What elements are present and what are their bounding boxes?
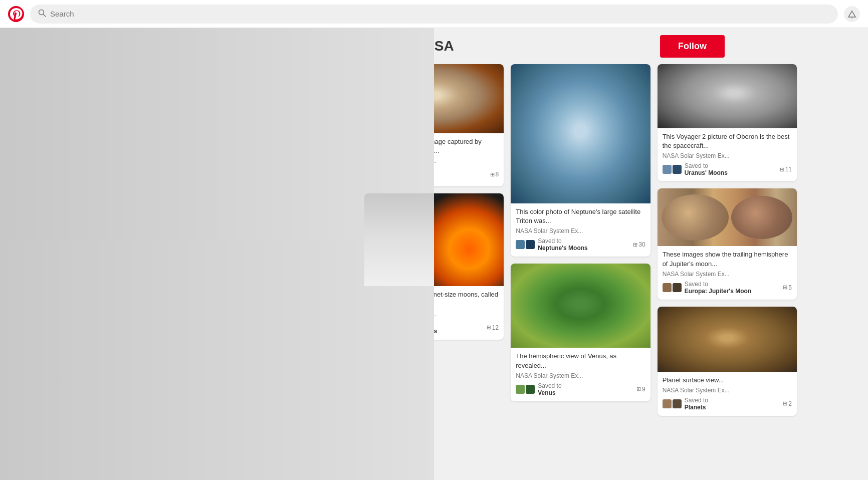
pin-board-name[interactable]: Europa: Jupiter's Moon [685,288,752,295]
pin-saved-label: Saved to [685,281,752,288]
pinterest-logo[interactable] [8,6,24,22]
pin-image [511,264,650,348]
search-icon [38,9,46,19]
pin-avatars [663,283,682,292]
svg-marker-3 [848,11,855,17]
pin-saved-label: Saved to [685,162,728,169]
pin-count: 2 [783,400,792,407]
pin-avatars [516,385,535,394]
follow-button[interactable]: Follow [660,35,725,58]
pin-count: 8 [490,171,499,178]
pin-description: This color photo of Neptune's large sate… [516,207,645,225]
pin-board-name[interactable]: Uranus' Moons [685,169,728,176]
pin-column-4: This color photo of Neptune's large sate… [511,64,650,401]
pin-saved-label: Saved to [538,382,561,389]
pin-save-row: Saved to Europa: Jupiter's Moon 5 [663,281,792,295]
pin-saved-label: Saved to [538,237,588,245]
pin-avatars [663,399,682,408]
pin-save-row: Saved to Neptune's Moons 30 [516,237,645,252]
pin-image [364,193,504,286]
pin-source: NASA Solar System Ex... [516,227,645,234]
pin-source: NASA Solar System Ex... [663,271,792,278]
pin-avatars [663,165,682,174]
pin-body: The hemispheric view of Venus, as reveal… [511,348,650,401]
search-input[interactable] [50,10,830,18]
svg-line-2 [44,14,46,17]
pin-avatars [516,240,535,249]
pin-body: This color photo of Neptune's large sate… [511,203,650,257]
pin-body: This Voyager 2 picture of Oberon is the … [658,128,797,181]
pin-card[interactable]: This Voyager 2 picture of Oberon is the … [658,64,797,181]
pin-card[interactable]: These images show the trailing hemispher… [658,188,797,299]
pin-board-name[interactable]: Venus [538,389,561,396]
notification-icon[interactable] [844,6,860,22]
pin-source: NASA Solar System Ex... [663,387,792,394]
pin-count: 5 [783,284,792,291]
pin-image [658,64,797,128]
pin-save-row: Saved to Venus 9 [516,382,645,396]
pin-source: NASA Solar System Ex... [516,372,645,379]
pin-image [511,64,650,203]
pin-save-row: Saved to Uranus' Moons 11 [663,162,792,176]
pin-column-2: This spectacular view - looking down on … [218,64,357,388]
pin-image [658,307,797,372]
pin-card[interactable]: The hemispheric view of Venus, as reveal… [511,264,650,401]
main-content: During its examination of the asteroid I… [63,59,805,421]
pin-count: 12 [487,324,499,331]
pin-source: NASA Solar System Ex... [663,152,792,159]
pin-column-5: This Voyager 2 picture of Oberon is the … [658,64,797,416]
pin-saved-label: Saved to [685,397,708,404]
pin-count: 30 [633,241,645,248]
pin-card[interactable]: This composite, false-color view of Venu… [218,249,357,388]
pin-save-row: Saved to Planets 2 [663,397,792,411]
pin-description: The hemispheric view of Venus, as reveal… [516,352,645,370]
pin-board-name[interactable]: Planets [685,404,708,411]
pin-body: Planet surface view... NASA Solar System… [658,372,797,416]
pin-card[interactable]: Planet surface view... NASA Solar System… [658,307,797,416]
pin-board-name[interactable]: Neptune's Moons [538,245,588,252]
pin-grid: During its examination of the asteroid I… [71,64,797,416]
pin-description: These images show the trailing hemispher… [663,250,792,268]
pin-count: 9 [636,386,645,393]
pin-count: 11 [780,166,792,173]
pin-image [218,249,357,335]
search-bar[interactable] [30,5,838,24]
app-header [0,0,868,28]
pin-description: Planet surface view... [663,376,792,385]
pin-description: This Voyager 2 picture of Oberon is the … [663,132,792,150]
pin-image [658,188,797,246]
pin-body: These images show the trailing hemispher… [658,246,797,299]
pin-card[interactable]: This color photo of Neptune's large sate… [511,64,650,257]
